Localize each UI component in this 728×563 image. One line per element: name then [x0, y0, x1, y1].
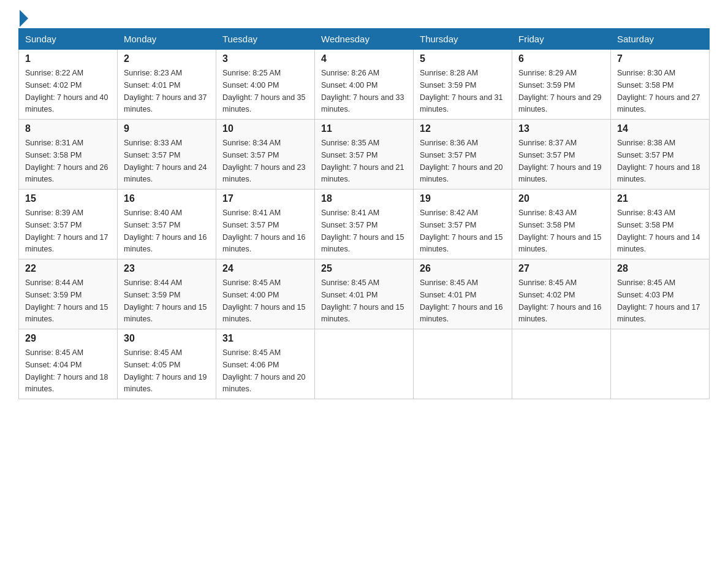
day-number: 17 — [222, 193, 308, 204]
calendar-day-cell: 25 Sunrise: 8:45 AMSunset: 4:01 PMDaylig… — [315, 259, 414, 329]
day-number: 13 — [518, 123, 604, 134]
day-number: 2 — [124, 53, 210, 64]
day-info: Sunrise: 8:42 AMSunset: 3:57 PMDaylight:… — [420, 209, 503, 253]
calendar-week-row: 22 Sunrise: 8:44 AMSunset: 3:59 PMDaylig… — [19, 259, 710, 329]
calendar-day-cell: 24 Sunrise: 8:45 AMSunset: 4:00 PMDaylig… — [216, 259, 315, 329]
calendar-week-row: 1 Sunrise: 8:22 AMSunset: 4:02 PMDayligh… — [19, 50, 710, 120]
day-number: 31 — [222, 333, 308, 344]
logo-arrow-icon — [20, 10, 28, 27]
calendar-day-cell: 29 Sunrise: 8:45 AMSunset: 4:04 PMDaylig… — [19, 329, 118, 399]
day-info: Sunrise: 8:45 AMSunset: 4:01 PMDaylight:… — [420, 278, 503, 323]
column-header-thursday: Thursday — [414, 29, 512, 50]
calendar-day-cell: 16 Sunrise: 8:40 AMSunset: 3:57 PMDaylig… — [118, 190, 216, 259]
day-info: Sunrise: 8:39 AMSunset: 3:57 PMDaylight:… — [25, 209, 108, 253]
day-number: 8 — [25, 123, 111, 134]
calendar-day-cell: 8 Sunrise: 8:31 AMSunset: 3:58 PMDayligh… — [19, 120, 118, 190]
day-info: Sunrise: 8:29 AMSunset: 3:59 PMDaylight:… — [518, 69, 602, 113]
day-number: 27 — [518, 263, 604, 274]
calendar-day-cell: 27 Sunrise: 8:45 AMSunset: 4:02 PMDaylig… — [512, 259, 611, 329]
day-info: Sunrise: 8:23 AMSunset: 4:01 PMDaylight:… — [124, 69, 207, 113]
column-header-saturday: Saturday — [611, 29, 710, 50]
empty-cell — [414, 329, 512, 399]
calendar-day-cell: 18 Sunrise: 8:41 AMSunset: 3:57 PMDaylig… — [315, 190, 414, 259]
calendar-table: SundayMondayTuesdayWednesdayThursdayFrid… — [18, 28, 710, 399]
day-number: 24 — [222, 263, 308, 274]
day-number: 30 — [124, 333, 210, 344]
day-number: 3 — [222, 53, 308, 64]
calendar-day-cell: 20 Sunrise: 8:43 AMSunset: 3:58 PMDaylig… — [512, 190, 611, 259]
day-info: Sunrise: 8:33 AMSunset: 3:57 PMDaylight:… — [124, 139, 207, 183]
day-number: 26 — [420, 263, 506, 274]
day-number: 29 — [25, 333, 111, 344]
day-info: Sunrise: 8:31 AMSunset: 3:58 PMDaylight:… — [25, 139, 108, 183]
day-info: Sunrise: 8:36 AMSunset: 3:57 PMDaylight:… — [420, 139, 503, 183]
day-info: Sunrise: 8:40 AMSunset: 3:57 PMDaylight:… — [124, 209, 207, 253]
empty-cell — [611, 329, 710, 399]
day-info: Sunrise: 8:45 AMSunset: 4:05 PMDaylight:… — [124, 348, 207, 393]
day-number: 15 — [25, 193, 111, 204]
calendar-day-cell: 21 Sunrise: 8:43 AMSunset: 3:58 PMDaylig… — [611, 190, 710, 259]
day-number: 14 — [617, 123, 703, 134]
logo — [18, 12, 28, 22]
calendar-day-cell: 23 Sunrise: 8:44 AMSunset: 3:59 PMDaylig… — [118, 259, 216, 329]
calendar-day-cell: 19 Sunrise: 8:42 AMSunset: 3:57 PMDaylig… — [414, 190, 512, 259]
calendar-day-cell: 22 Sunrise: 8:44 AMSunset: 3:59 PMDaylig… — [19, 259, 118, 329]
column-header-sunday: Sunday — [19, 29, 118, 50]
day-number: 16 — [124, 193, 210, 204]
day-number: 1 — [25, 53, 111, 64]
calendar-day-cell: 11 Sunrise: 8:35 AMSunset: 3:57 PMDaylig… — [315, 120, 414, 190]
day-number: 19 — [420, 193, 506, 204]
day-number: 21 — [617, 193, 703, 204]
calendar-day-cell: 28 Sunrise: 8:45 AMSunset: 4:03 PMDaylig… — [611, 259, 710, 329]
day-info: Sunrise: 8:35 AMSunset: 3:57 PMDaylight:… — [321, 139, 404, 183]
day-info: Sunrise: 8:45 AMSunset: 4:06 PMDaylight:… — [222, 348, 306, 393]
day-info: Sunrise: 8:26 AMSunset: 4:00 PMDaylight:… — [321, 69, 404, 113]
column-header-friday: Friday — [512, 29, 611, 50]
empty-cell — [315, 329, 414, 399]
column-header-tuesday: Tuesday — [216, 29, 315, 50]
day-number: 22 — [25, 263, 111, 274]
day-info: Sunrise: 8:41 AMSunset: 3:57 PMDaylight:… — [222, 209, 306, 253]
calendar-day-cell: 7 Sunrise: 8:30 AMSunset: 3:58 PMDayligh… — [611, 50, 710, 120]
day-number: 12 — [420, 123, 506, 134]
day-number: 11 — [321, 123, 407, 134]
calendar-day-cell: 5 Sunrise: 8:28 AMSunset: 3:59 PMDayligh… — [414, 50, 512, 120]
day-number: 9 — [124, 123, 210, 134]
calendar-day-cell: 10 Sunrise: 8:34 AMSunset: 3:57 PMDaylig… — [216, 120, 315, 190]
calendar-week-row: 29 Sunrise: 8:45 AMSunset: 4:04 PMDaylig… — [19, 329, 710, 399]
calendar-day-cell: 6 Sunrise: 8:29 AMSunset: 3:59 PMDayligh… — [512, 50, 611, 120]
calendar-day-cell: 3 Sunrise: 8:25 AMSunset: 4:00 PMDayligh… — [216, 50, 315, 120]
day-info: Sunrise: 8:45 AMSunset: 4:00 PMDaylight:… — [222, 278, 306, 323]
calendar-day-cell: 26 Sunrise: 8:45 AMSunset: 4:01 PMDaylig… — [414, 259, 512, 329]
day-info: Sunrise: 8:43 AMSunset: 3:58 PMDaylight:… — [617, 209, 700, 253]
calendar-day-cell: 12 Sunrise: 8:36 AMSunset: 3:57 PMDaylig… — [414, 120, 512, 190]
day-info: Sunrise: 8:45 AMSunset: 4:04 PMDaylight:… — [25, 348, 108, 393]
day-info: Sunrise: 8:22 AMSunset: 4:02 PMDaylight:… — [25, 69, 108, 113]
day-number: 4 — [321, 53, 407, 64]
column-header-wednesday: Wednesday — [315, 29, 414, 50]
day-number: 5 — [420, 53, 506, 64]
day-number: 25 — [321, 263, 407, 274]
calendar-day-cell: 13 Sunrise: 8:37 AMSunset: 3:57 PMDaylig… — [512, 120, 611, 190]
day-number: 20 — [518, 193, 604, 204]
day-number: 6 — [518, 53, 604, 64]
calendar-day-cell: 15 Sunrise: 8:39 AMSunset: 3:57 PMDaylig… — [19, 190, 118, 259]
day-number: 7 — [617, 53, 703, 64]
calendar-day-cell: 1 Sunrise: 8:22 AMSunset: 4:02 PMDayligh… — [19, 50, 118, 120]
day-info: Sunrise: 8:45 AMSunset: 4:03 PMDaylight:… — [617, 278, 700, 323]
empty-cell — [512, 329, 611, 399]
day-info: Sunrise: 8:43 AMSunset: 3:58 PMDaylight:… — [518, 209, 602, 253]
calendar-day-cell: 31 Sunrise: 8:45 AMSunset: 4:06 PMDaylig… — [216, 329, 315, 399]
day-info: Sunrise: 8:41 AMSunset: 3:57 PMDaylight:… — [321, 209, 404, 253]
calendar-day-cell: 2 Sunrise: 8:23 AMSunset: 4:01 PMDayligh… — [118, 50, 216, 120]
calendar-week-row: 8 Sunrise: 8:31 AMSunset: 3:58 PMDayligh… — [19, 120, 710, 190]
column-header-monday: Monday — [118, 29, 216, 50]
day-info: Sunrise: 8:25 AMSunset: 4:00 PMDaylight:… — [222, 69, 306, 113]
calendar-day-cell: 9 Sunrise: 8:33 AMSunset: 3:57 PMDayligh… — [118, 120, 216, 190]
day-info: Sunrise: 8:44 AMSunset: 3:59 PMDaylight:… — [124, 278, 207, 323]
day-info: Sunrise: 8:45 AMSunset: 4:01 PMDaylight:… — [321, 278, 404, 323]
day-number: 28 — [617, 263, 703, 274]
day-number: 18 — [321, 193, 407, 204]
day-number: 23 — [124, 263, 210, 274]
day-info: Sunrise: 8:45 AMSunset: 4:02 PMDaylight:… — [518, 278, 602, 323]
